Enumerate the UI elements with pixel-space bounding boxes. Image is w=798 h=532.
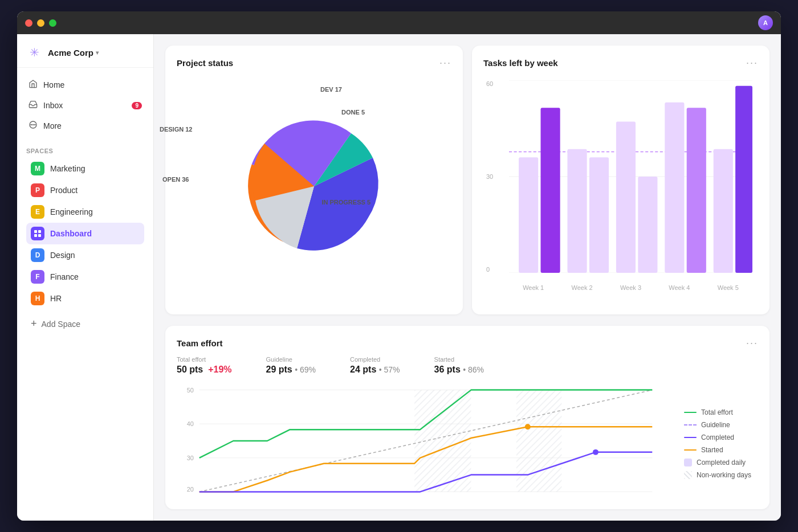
tasks-by-week-title: Tasks left by week <box>483 58 558 68</box>
spaces-label: Spaces <box>26 148 144 154</box>
week5-bar1 <box>714 149 733 273</box>
project-status-menu[interactable]: ··· <box>439 57 451 69</box>
legend-guideline: Guideline <box>684 421 758 429</box>
sidebar-item-hr[interactable]: H HR <box>26 288 144 309</box>
engineering-label: Engineering <box>50 207 93 216</box>
main-content: Project status ··· <box>154 34 781 521</box>
svg-point-3 <box>35 124 35 125</box>
add-space-button[interactable]: + Add Space <box>22 314 149 334</box>
svg-rect-7 <box>38 234 41 237</box>
week2-bar2 <box>589 157 609 273</box>
svg-text:30: 30 <box>187 455 194 461</box>
stat-completed-value: 24 pts • 57% <box>350 365 400 375</box>
week1-bar1 <box>519 157 538 273</box>
bar-chart: 60 30 0 <box>483 75 758 296</box>
more-label: More <box>43 121 62 130</box>
app-body: ✳ Acme Corp ▾ Home <box>17 34 781 521</box>
legend-guideline-dash <box>684 424 697 425</box>
inbox-label: Inbox <box>43 101 63 110</box>
sidebar-item-finance[interactable]: F Finance <box>26 266 144 288</box>
chevron-down-icon: ▾ <box>96 50 99 56</box>
legend-started-line <box>684 449 697 451</box>
close-button[interactable] <box>25 19 32 27</box>
hr-label: HR <box>50 294 62 303</box>
legend-completed-line <box>684 437 697 438</box>
pie-label-design: DESIGN 12 <box>160 126 192 133</box>
svg-rect-6 <box>34 234 37 237</box>
spaces-section: Spaces M Marketing P Product E Engineeri… <box>17 143 153 312</box>
sidebar-nav: Home Inbox 9 <box>17 68 153 143</box>
avatar[interactable]: A <box>758 15 773 30</box>
legend-non-working: Non-working days <box>684 471 758 479</box>
finance-label: Finance <box>50 272 79 281</box>
stat-guideline-value: 29 pts • 69% <box>266 365 316 375</box>
y-label-0: 0 <box>486 266 493 273</box>
design-label: Design <box>50 251 75 260</box>
finance-icon: F <box>31 270 44 284</box>
legend-non-working-label: Non-working days <box>697 471 751 479</box>
sidebar-item-more[interactable]: More <box>22 116 149 136</box>
pie-label-dev: DEV 17 <box>320 86 342 93</box>
x-label-week2: Week 2 <box>572 284 593 291</box>
home-label: Home <box>43 80 64 89</box>
bar-chart-svg <box>509 80 752 273</box>
week3-bar1 <box>616 121 636 273</box>
app-window: A ✳ Acme Corp ▾ <box>17 11 781 521</box>
y-label-30: 30 <box>486 173 493 180</box>
sidebar-item-design[interactable]: D Design <box>26 244 144 266</box>
team-effort-title: Team effort <box>177 338 223 348</box>
stat-guideline: Guideline 29 pts • 69% <box>266 356 316 375</box>
sidebar: ✳ Acme Corp ▾ Home <box>17 34 154 521</box>
stat-completed: Completed 24 pts • 57% <box>350 356 400 375</box>
team-effort-card: Team effort ··· Total effort 50 pts +19%… <box>165 326 769 509</box>
team-effort-menu[interactable]: ··· <box>746 337 758 349</box>
sidebar-item-product[interactable]: P Product <box>26 179 144 201</box>
sidebar-item-dashboard[interactable]: Dashboard <box>26 223 144 244</box>
sidebar-item-engineering[interactable]: E Engineering <box>26 201 144 223</box>
y-axis: 60 30 0 <box>486 80 493 273</box>
sidebar-header[interactable]: ✳ Acme Corp ▾ <box>17 34 153 68</box>
week4-bar1 <box>665 103 684 273</box>
sidebar-item-home[interactable]: Home <box>22 75 149 95</box>
design-icon: D <box>31 248 44 262</box>
non-working-days-2 <box>516 390 561 492</box>
started-dot <box>525 424 531 429</box>
week4-bar2 <box>687 108 706 273</box>
legend-total-effort-label: Total effort <box>701 408 733 416</box>
legend-completed-daily-box <box>684 459 692 466</box>
line-chart-svg: 50 40 30 20 <box>177 384 675 498</box>
tasks-by-week-header: Tasks left by week ··· <box>483 57 758 69</box>
svg-text:50: 50 <box>187 387 194 394</box>
legend-completed-daily-label: Completed daily <box>697 459 746 466</box>
inbox-icon <box>28 100 38 111</box>
week1-bar2 <box>541 108 560 273</box>
x-label-week1: Week 1 <box>523 284 544 291</box>
stat-started: Started 36 pts • 86% <box>434 356 484 375</box>
svg-rect-4 <box>34 230 37 233</box>
engineering-icon: E <box>31 205 44 219</box>
sidebar-item-inbox[interactable]: Inbox 9 <box>22 95 149 116</box>
tasks-by-week-menu[interactable]: ··· <box>746 57 758 69</box>
product-icon: P <box>31 183 44 197</box>
chart-legend: Total effort Guideline Completed St <box>684 384 758 498</box>
legend-completed-label: Completed <box>701 433 734 441</box>
tasks-by-week-card: Tasks left by week ··· 60 30 0 <box>472 46 769 314</box>
maximize-button[interactable] <box>49 19 56 27</box>
project-status-title: Project status <box>177 58 233 68</box>
stat-total-value: 50 pts +19% <box>177 365 232 375</box>
marketing-icon: M <box>31 162 44 175</box>
plus-icon: + <box>31 318 37 330</box>
sidebar-item-marketing[interactable]: M Marketing <box>26 158 144 179</box>
legend-started-label: Started <box>701 446 723 454</box>
team-effort-header: Team effort ··· <box>177 337 758 349</box>
legend-total-effort: Total effort <box>684 408 758 416</box>
legend-completed: Completed <box>684 433 758 441</box>
svg-point-2 <box>31 124 31 125</box>
hr-icon: H <box>31 292 44 305</box>
minimize-button[interactable] <box>37 19 44 27</box>
line-chart: 50 40 30 20 <box>177 384 675 498</box>
legend-non-working-box <box>684 471 692 479</box>
titlebar: A <box>17 11 781 34</box>
top-row: Project status ··· <box>165 46 769 314</box>
x-label-week4: Week 4 <box>669 284 690 291</box>
